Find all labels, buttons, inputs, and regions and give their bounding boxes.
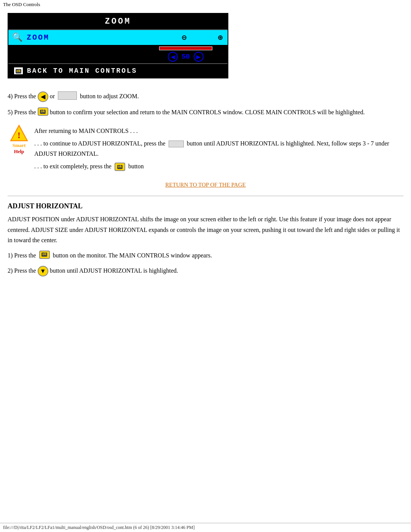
status-bar: file:///D|/rita/LF2/LF2/LFa1/multi_manua… xyxy=(0,523,411,532)
down-arrow-button[interactable]: ▼ xyxy=(38,266,48,276)
ah-step1-prefix: 1) Press the xyxy=(8,251,36,260)
step5-line: 5) Press the ok button to confirm your s… xyxy=(8,107,403,117)
osd-slider-area: ◀ 50 ▶ xyxy=(148,46,224,62)
smart-help-text2b: button xyxy=(128,163,144,169)
smart-help-para2: . . . to exit completely, press the ok b… xyxy=(34,161,403,171)
ah-step2-prefix: 2) Press the xyxy=(8,266,36,276)
osd-slider-controls: ◀ 50 ▶ xyxy=(168,52,204,62)
smart-help-section: ! Smart Help After returning to MAIN CON… xyxy=(8,123,403,174)
adjust-horizontal-heading: ADJUST HORIZONTAL xyxy=(8,202,403,210)
zoom-magnifier-icon: 🔍 xyxy=(12,32,24,43)
return-to-top-link[interactable]: RETURN TO TOP OF THE PAGE xyxy=(165,182,245,188)
osd-screen: ZOOM 🔍 ZOOM ⊖ ⊕ ◀ 50 ▶ ok xyxy=(8,13,228,78)
ah-step2-suffix: button until ADJUST HORIZONTAL is highli… xyxy=(50,266,178,276)
osd-zoom-row: 🔍 ZOOM ⊖ ⊕ xyxy=(8,30,228,45)
page-title: The OSD Controls xyxy=(3,2,40,7)
osd-title: ZOOM xyxy=(8,14,228,29)
content-area: 4) Press the ◀ or button to adjust ZOOM.… xyxy=(0,82,411,286)
status-text: file:///D|/rita/LF2/LF2/LFa1/multi_manua… xyxy=(3,525,194,530)
step4-line: 4) Press the ◀ or button to adjust ZOOM. xyxy=(8,91,403,102)
ah-step2-line: 2) Press the ▼ button until ADJUST HORIZ… xyxy=(8,266,403,276)
osd-back-label: BACK TO MAIN CONTROLS xyxy=(27,67,137,75)
help-label: Help xyxy=(14,149,24,155)
svg-text:!: ! xyxy=(18,130,21,140)
right-arrow-placeholder xyxy=(58,91,77,100)
adjust-horizontal-body: ADJUST POSITION under ADJUST HORIZONTAL … xyxy=(8,214,403,245)
ah-step1-line: 1) Press the ok button on the monitor. T… xyxy=(8,251,403,260)
osd-back-bar: ok BACK TO MAIN CONTROLS xyxy=(8,63,228,78)
smart-help-para1: . . . to continue to ADJUST HORIZONTAL, … xyxy=(34,138,403,159)
osd-content: 🔍 ZOOM ⊖ ⊕ ◀ 50 ▶ ok BACK TO MAIN CONTRO… xyxy=(8,29,228,78)
osd-slider-row: ◀ 50 ▶ xyxy=(8,45,228,63)
osd-plus-icon: ⊕ xyxy=(218,33,224,42)
step4-text: 4) Press the xyxy=(8,91,36,101)
section-divider xyxy=(8,196,403,196)
top-bar: The OSD Controls xyxy=(0,0,411,9)
right-arrow-placeholder2 xyxy=(169,141,184,147)
warning-triangle-icon: ! xyxy=(10,123,29,142)
osd-zoom-label: ZOOM xyxy=(27,33,182,42)
smart-label: Smart xyxy=(13,142,26,149)
step5-suffix: button to confirm your selection and ret… xyxy=(50,107,365,117)
after-return-text: After returning to MAIN CONTROLS . . . xyxy=(34,126,403,136)
osd-minus-icon: ⊖ xyxy=(182,33,188,42)
osd-slider-bar xyxy=(159,46,212,50)
osd-ok-icon: ok xyxy=(14,67,23,75)
ok-button-step5: ok xyxy=(38,107,48,116)
smart-help-text: After returning to MAIN CONTROLS . . . .… xyxy=(34,123,403,174)
return-link-area: RETURN TO TOP OF THE PAGE xyxy=(8,181,403,188)
osd-controls-right: ⊖ ⊕ xyxy=(182,33,224,42)
step4-or: or xyxy=(50,91,55,101)
smart-help-text1: . . . to continue to ADJUST HORIZONTAL, … xyxy=(34,140,166,147)
osd-right-arrow[interactable]: ▶ xyxy=(194,52,204,62)
osd-slider-value: 50 xyxy=(182,53,190,61)
osd-left-arrow[interactable]: ◀ xyxy=(168,52,178,62)
ah-step1-suffix: button on the monitor. The MAIN CONTROLS… xyxy=(53,251,212,260)
ok-button-exit: ok xyxy=(115,163,125,171)
smart-help-icon-area: ! Smart Help xyxy=(8,123,30,155)
left-arrow-button[interactable]: ◀ xyxy=(38,91,48,102)
step4-suffix: button to adjust ZOOM. xyxy=(80,91,139,101)
ok-button-ah1: ok xyxy=(39,251,50,259)
step5-prefix: 5) Press the xyxy=(8,107,36,117)
adjust-horizontal-section: ADJUST HORIZONTAL ADJUST POSITION under … xyxy=(8,202,403,276)
smart-help-text2: . . . to exit completely, press the xyxy=(34,163,112,169)
